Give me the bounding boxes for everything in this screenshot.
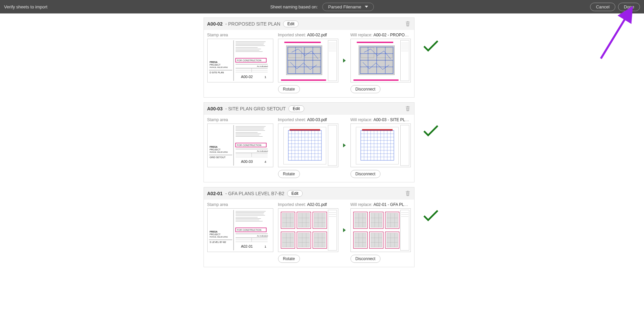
stamp-area-label: Stamp area — [207, 202, 275, 207]
svg-text:PROJECT: PROJECT — [209, 148, 220, 151]
imported-sheet-label: Imported sheet: A00-03.pdf — [278, 117, 338, 122]
svg-rect-92 — [328, 125, 337, 166]
svg-rect-178 — [314, 213, 325, 227]
stamp-thumbnail[interactable]: FOR CONSTRUCTION As indicated A00-02 1 F… — [207, 39, 273, 82]
stamp-area-label: Stamp area — [207, 117, 275, 122]
cancel-button[interactable]: Cancel — [590, 3, 615, 11]
svg-rect-225 — [355, 233, 366, 247]
imported-sheet-label: Imported sheet: A00-02.pdf — [278, 33, 338, 37]
svg-rect-53 — [357, 42, 393, 43]
chevron-down-icon — [365, 6, 368, 8]
sheet-list: A00-02 - PROPOSED SITE PLANEditStamp are… — [0, 13, 644, 267]
svg-text:1: 1 — [264, 245, 266, 248]
svg-rect-161 — [328, 210, 337, 250]
svg-rect-34 — [281, 79, 326, 81]
svg-text:PROJECT: PROJECT — [209, 64, 220, 66]
svg-text:S LEVEL B7-B2: S LEVEL B7-B2 — [209, 241, 226, 243]
svg-text:FRESA: FRESA — [209, 61, 217, 63]
svg-text:FOR CONSTRUCTION: FOR CONSTRUCTION — [237, 59, 261, 62]
arrow-right-icon — [342, 39, 347, 82]
svg-text:A02-01: A02-01 — [241, 244, 252, 248]
svg-rect-207 — [355, 213, 366, 227]
top-bar: Verify sheets to import Sheet naming bas… — [0, 0, 644, 13]
stamp-area-label: Stamp area — [207, 33, 275, 37]
svg-rect-166 — [282, 213, 293, 227]
rotate-button[interactable]: Rotate — [278, 170, 300, 178]
svg-rect-47 — [400, 40, 409, 81]
svg-rect-54 — [353, 79, 398, 81]
check-icon — [421, 205, 441, 226]
svg-rect-196 — [314, 233, 325, 247]
sheet-card-body: Stamp areaImported sheet: A00-03.pdfWill… — [204, 115, 414, 182]
trash-icon[interactable] — [405, 190, 411, 197]
svg-text:As indicated: As indicated — [257, 150, 268, 152]
will-replace-label: Will replace: A00-02 - PROPOSE… — [350, 33, 411, 37]
rotate-button[interactable]: Rotate — [278, 85, 300, 93]
svg-text:GRID SETOUT: GRID SETOUT — [209, 156, 225, 158]
done-button[interactable]: Done — [618, 3, 640, 11]
check-icon — [421, 36, 441, 57]
svg-rect-219 — [387, 213, 398, 227]
svg-rect-36 — [288, 48, 301, 58]
svg-rect-231 — [371, 233, 382, 247]
imported-thumbnail[interactable] — [278, 123, 338, 167]
trash-icon[interactable] — [405, 21, 411, 27]
disconnect-button[interactable]: Disconnect — [350, 255, 380, 263]
will-replace-label: Will replace: A00-03 - SITE PLA… — [350, 117, 411, 122]
svg-text:As indicated: As indicated — [257, 65, 268, 67]
svg-text:FOR CONSTRUCTION: FOR CONSTRUCTION — [237, 144, 261, 146]
svg-rect-57 — [377, 48, 392, 58]
svg-text:PROJECT: PROJECT — [209, 233, 220, 236]
svg-rect-114 — [400, 125, 409, 166]
sheet-card-header: A00-02 - PROPOSED SITE PLANEdit — [204, 18, 414, 30]
svg-rect-184 — [282, 233, 293, 247]
imported-thumbnail[interactable] — [278, 39, 338, 82]
sheet-row: A02-01 - GFA PLANS LEVEL B7-B2EditStamp … — [204, 187, 441, 267]
svg-text:D SITE PLAN: D SITE PLAN — [209, 71, 223, 74]
sheet-title: - GFA PLANS LEVEL B7-B2 — [225, 191, 284, 196]
svg-text:FOR CONSTRUCTION: FOR CONSTRUCTION — [237, 229, 261, 231]
check-icon — [421, 120, 441, 142]
svg-rect-172 — [298, 213, 309, 227]
rotate-button[interactable]: Rotate — [278, 255, 300, 263]
svg-text:FRESA: FRESA — [209, 146, 217, 148]
svg-text:PARADE, MELBOURNE: PARADE, MELBOURNE — [209, 151, 228, 153]
svg-text:1: 1 — [264, 75, 266, 79]
stamp-thumbnail[interactable]: FOR CONSTRUCTION As indicated A02-01 1 F… — [207, 208, 273, 252]
imported-thumbnail[interactable] — [278, 208, 338, 252]
sheet-card: A00-02 - PROPOSED SITE PLANEditStamp are… — [204, 17, 415, 98]
edit-button[interactable]: Edit — [288, 105, 304, 112]
replace-thumbnail[interactable] — [350, 39, 411, 82]
sheet-row: A00-02 - PROPOSED SITE PLANEditStamp are… — [204, 17, 441, 98]
sheet-card-body: Stamp areaImported sheet: A00-02.pdfWill… — [204, 30, 414, 97]
imported-sheet-label: Imported sheet: A02-01.pdf — [278, 202, 338, 207]
disconnect-button[interactable]: Disconnect — [350, 85, 380, 93]
sheet-title: - PROPOSED SITE PLAN — [225, 21, 280, 27]
arrow-right-icon — [342, 208, 347, 252]
svg-text:PARADE, MELBOURNE: PARADE, MELBOURNE — [209, 67, 228, 68]
sheet-row: A00-03 - SITE PLAN GRID SETOUTEditStamp … — [204, 102, 441, 182]
sheet-number: A02-01 — [207, 191, 223, 196]
replace-thumbnail[interactable] — [350, 208, 411, 252]
sheet-card-header: A02-01 - GFA PLANS LEVEL B7-B2Edit — [204, 187, 414, 200]
svg-rect-37 — [305, 48, 320, 58]
sheet-card: A02-01 - GFA PLANS LEVEL B7-B2EditStamp … — [204, 187, 415, 267]
svg-text:A00-03: A00-03 — [241, 160, 252, 164]
disconnect-button[interactable]: Disconnect — [350, 170, 380, 178]
edit-button[interactable]: Edit — [287, 190, 303, 197]
stamp-thumbnail[interactable]: FOR CONSTRUCTION As indicated A00-03 4 F… — [207, 123, 273, 167]
will-replace-label: Will replace: A02-01 - GFA PLAN… — [350, 202, 411, 207]
sheet-card-header: A00-03 - SITE PLAN GRID SETOUTEdit — [204, 103, 414, 115]
svg-rect-237 — [387, 233, 398, 247]
naming-dropdown[interactable]: Parsed Filename — [323, 3, 374, 11]
verify-label: Verify sheets to import — [4, 4, 48, 9]
edit-button[interactable]: Edit — [283, 21, 299, 27]
trash-icon[interactable] — [405, 105, 411, 112]
naming-group: Sheet naming based on: Parsed Filename — [270, 3, 374, 11]
svg-text:A00-02: A00-02 — [241, 75, 252, 79]
svg-rect-202 — [400, 210, 409, 250]
svg-text:4: 4 — [264, 160, 266, 164]
replace-thumbnail[interactable] — [350, 123, 411, 167]
svg-text:As indicated: As indicated — [257, 235, 268, 237]
sheet-title: - SITE PLAN GRID SETOUT — [225, 106, 285, 111]
